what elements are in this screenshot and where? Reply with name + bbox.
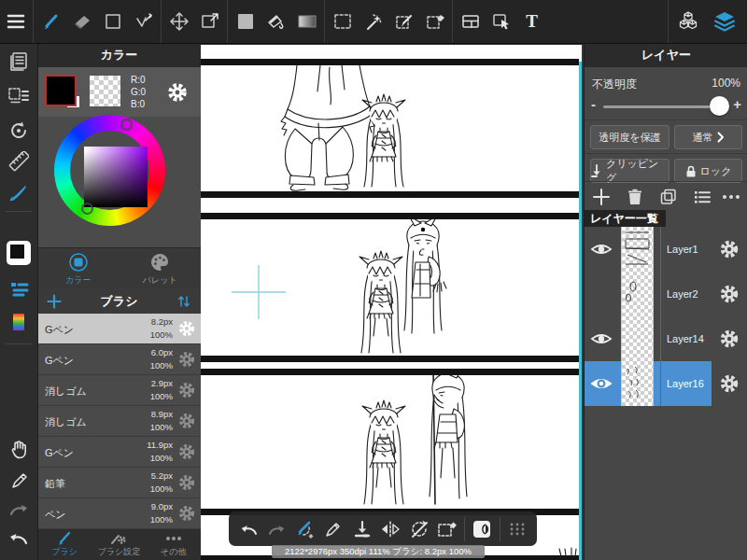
hue-selector[interactable] <box>120 119 133 131</box>
opacity-slider[interactable]: - + <box>585 95 747 118</box>
layers-panel-toggle-button[interactable] <box>706 0 743 43</box>
brush-eraser-toggle-button[interactable] <box>291 511 319 546</box>
transform-tool-button[interactable] <box>194 0 225 43</box>
panel-divide-button[interactable] <box>455 0 486 43</box>
brush-settings-button[interactable] <box>177 473 196 492</box>
opacity-plus[interactable]: + <box>733 96 741 112</box>
marquee-select-button[interactable] <box>327 0 358 43</box>
reset-rotation-button[interactable] <box>404 511 432 546</box>
visibility-eye-icon[interactable] <box>589 329 613 348</box>
duplicate-layer-button[interactable] <box>657 186 680 208</box>
materials-button[interactable] <box>670 0 706 43</box>
row-divider <box>660 272 661 316</box>
material-toggle-button[interactable] <box>468 511 496 546</box>
floating-quick-toolbar <box>229 511 537 546</box>
brush-settings-button[interactable] <box>177 504 196 523</box>
foreground-color-swatch[interactable] <box>45 75 77 106</box>
tab-brush-settings[interactable]: ブラシ設定 <box>92 529 146 560</box>
fill-rect-tool-button[interactable] <box>230 0 261 43</box>
delete-layer-button[interactable] <box>624 186 646 208</box>
saturation-value-square[interactable] <box>84 147 148 207</box>
layer-row-selected[interactable]: Layer16 <box>585 361 747 406</box>
floatbar-drag-handle[interactable] <box>503 511 531 546</box>
pages-button[interactable] <box>0 47 37 75</box>
quick-redo-button[interactable] <box>262 511 290 546</box>
bucket-tool-button[interactable] <box>261 0 291 43</box>
layer-list-options-button[interactable] <box>691 186 713 208</box>
polyline-tool-button[interactable] <box>128 0 159 43</box>
quick-save-button[interactable] <box>348 511 376 546</box>
clipping-button[interactable]: クリッピング <box>590 159 669 183</box>
select-menu-button[interactable] <box>0 82 37 110</box>
tab-others[interactable]: その他 <box>147 529 201 560</box>
deselect-button[interactable] <box>433 511 461 546</box>
gradient-tool-button[interactable] <box>291 0 322 43</box>
layer-settings-button[interactable] <box>719 329 740 349</box>
undo-button[interactable] <box>0 524 37 552</box>
opacity-slider-knob[interactable] <box>710 96 729 116</box>
gear-icon <box>719 373 740 394</box>
brush-settings-button[interactable] <box>177 412 196 430</box>
brush-settings-button[interactable] <box>177 319 196 338</box>
eraser-tool-button[interactable] <box>66 0 97 43</box>
brush-settings-button[interactable] <box>177 442 196 461</box>
blend-mode-button[interactable]: 通常 <box>674 125 742 149</box>
opacity-minus[interactable]: - <box>591 96 596 112</box>
color-swatch-tool-active[interactable] <box>0 239 37 267</box>
brush-row[interactable]: 消しゴム 8.9px 100% <box>37 406 201 437</box>
brush-row[interactable]: Gペン 8.2px 100% <box>37 314 201 344</box>
brush-settings-button[interactable] <box>177 381 196 399</box>
brush-tool-button[interactable] <box>35 0 66 43</box>
sort-brushes-icon[interactable] <box>176 294 191 309</box>
transform-icon <box>200 11 220 32</box>
layer-more-button[interactable] <box>720 186 742 208</box>
object-select-button[interactable] <box>486 0 516 43</box>
color-settings-button[interactable] <box>166 81 189 104</box>
brush-row[interactable]: 消しゴム 2.9px 100% <box>37 375 201 406</box>
layer-settings-button[interactable] <box>719 239 740 259</box>
brush-row[interactable]: 鉛筆 5.2px 100% <box>37 468 201 498</box>
tab-palette[interactable]: パレット <box>120 248 202 290</box>
magic-wand-button[interactable] <box>358 0 388 43</box>
quick-undo-button[interactable] <box>234 511 262 546</box>
select-eraser-icon <box>425 11 445 32</box>
brush-row[interactable]: ペン 9.0px 100% <box>37 498 201 529</box>
add-brush-icon[interactable] <box>47 294 62 309</box>
rect-tool-button[interactable] <box>97 0 128 43</box>
stylus-settings-button[interactable] <box>0 466 37 494</box>
layer-row[interactable]: Layer14 <box>585 316 747 361</box>
redo-button[interactable] <box>0 495 37 523</box>
tab-brush[interactable]: ブラシ <box>37 529 92 560</box>
material-brush-button[interactable] <box>0 178 37 206</box>
select-eraser-button[interactable] <box>419 0 450 43</box>
canvas-area[interactable]: 2122*2976px 350dpi 111% ブラシ: 8.2px 100% <box>201 43 584 560</box>
left-panel-footer-tabs: ブラシ ブラシ設定 その他 <box>37 529 201 560</box>
flip-horizontal-button[interactable] <box>376 511 404 546</box>
visibility-eye-icon[interactable] <box>589 240 613 259</box>
quick-pen-button[interactable] <box>319 511 347 546</box>
palette-strip-button[interactable] <box>0 308 37 336</box>
text-tool-button[interactable]: T <box>516 0 547 43</box>
rotate-reset-button[interactable] <box>0 117 37 145</box>
brush-settings-button[interactable] <box>177 350 196 369</box>
protect-alpha-button[interactable]: 透明度を保護 <box>590 125 669 149</box>
lock-button[interactable]: ロック <box>674 159 742 183</box>
select-pen-button[interactable] <box>388 0 419 43</box>
sv-selector[interactable] <box>81 203 93 215</box>
layer-row[interactable]: Layer1 <box>585 227 747 272</box>
snap-settings-button[interactable] <box>0 275 37 303</box>
brush-row[interactable]: Gペン 11.9px 100% <box>37 437 201 468</box>
add-layer-button[interactable] <box>590 186 613 208</box>
hand-tool-button[interactable] <box>0 435 37 463</box>
move-tool-button[interactable] <box>163 0 194 43</box>
brush-row[interactable]: Gペン 6.0px 100% <box>37 344 201 375</box>
transparent-color-swatch[interactable] <box>90 76 120 106</box>
redo-icon <box>267 522 288 537</box>
menu-button[interactable] <box>0 0 31 43</box>
tab-color[interactable]: カラー <box>37 248 120 290</box>
ruler-button[interactable] <box>0 147 37 175</box>
visibility-eye-icon[interactable] <box>589 374 613 393</box>
layer-row[interactable]: Layer2 <box>585 272 747 316</box>
layer-settings-button[interactable] <box>719 373 740 394</box>
layer-settings-button[interactable] <box>719 284 740 304</box>
